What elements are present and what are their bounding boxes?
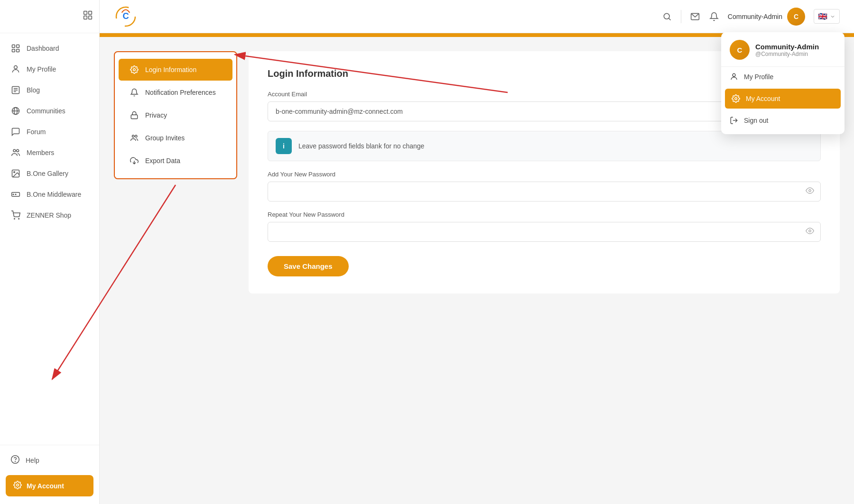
svg-point-21 (13, 194, 14, 195)
svg-rect-0 (84, 11, 87, 15)
left-panel-login-info[interactable]: Login Information (119, 59, 232, 81)
help-icon (10, 455, 20, 466)
sidebar-item-label: Members (27, 149, 54, 156)
bell-icon (129, 88, 139, 97)
sidebar-bottom: Help My Account (0, 445, 99, 504)
gear-icon (13, 481, 22, 491)
gear-icon (732, 94, 740, 103)
svg-point-38 (132, 135, 135, 137)
shop-icon (10, 211, 21, 220)
svg-text:C: C (122, 11, 129, 21)
topbar-divider (681, 10, 681, 23)
dropdown-handle: @Community-Admin (755, 51, 819, 57)
sidebar-item-blog[interactable]: Blog (0, 80, 99, 101)
toggle-repeat-password-icon[interactable] (806, 227, 814, 237)
sidebar-item-label: Help (26, 457, 39, 464)
sign-out-icon (730, 116, 738, 125)
user-dropdown: C Community-Admin @Community-Admin My Pr… (721, 32, 845, 134)
dropdown-my-account[interactable]: My Account (725, 89, 841, 109)
svg-point-17 (17, 149, 19, 152)
my-account-label: My Account (27, 482, 64, 490)
svg-rect-6 (12, 49, 15, 52)
svg-point-16 (13, 149, 16, 152)
toggle-new-password-icon[interactable] (806, 186, 814, 197)
my-account-sidebar-button[interactable]: My Account (6, 475, 93, 496)
svg-rect-37 (131, 115, 138, 119)
sidebar-toggle-icon[interactable] (83, 10, 93, 22)
repeat-password-wrap (268, 222, 821, 242)
sidebar-item-label: Dashboard (27, 45, 59, 52)
gear-icon (129, 65, 139, 74)
sidebar-item-label: Communities (27, 107, 65, 115)
forum-icon (10, 127, 21, 137)
dropdown-my-profile-label: My Profile (744, 73, 773, 81)
dropdown-my-profile[interactable]: My Profile (721, 67, 845, 87)
left-panel-group-invites[interactable]: Group Invites (119, 127, 232, 149)
svg-rect-4 (12, 45, 15, 48)
svg-point-34 (735, 98, 737, 100)
sidebar-item-forum[interactable]: Forum (0, 121, 99, 142)
svg-point-30 (664, 13, 669, 19)
svg-point-8 (14, 66, 18, 69)
left-panel: Login Information Notification Preferenc… (114, 51, 237, 179)
dropdown-my-account-label: My Account (746, 95, 780, 102)
svg-rect-7 (17, 49, 19, 52)
sidebar-item-b-one-middleware[interactable]: B.One Middleware (0, 184, 99, 205)
left-panel-export-data[interactable]: Export Data (119, 150, 232, 172)
new-password-input[interactable] (268, 182, 821, 202)
sidebar-item-zenner-shop[interactable]: ZENNER Shop (0, 205, 99, 226)
topbar-username: Community-Admin (728, 13, 782, 20)
svg-point-39 (135, 135, 138, 137)
notifications-icon[interactable] (709, 11, 719, 22)
svg-point-41 (809, 190, 811, 192)
group-icon (129, 134, 139, 142)
dropdown-username: Community-Admin (755, 43, 819, 51)
sidebar-nav: Dashboard My Profile Blog (0, 33, 99, 445)
left-panel-privacy[interactable]: Privacy (119, 104, 232, 126)
left-panel-notification[interactable]: Notification Preferences (119, 82, 232, 103)
chevron-down-icon (830, 14, 835, 19)
sidebar-item-help[interactable]: Help (0, 449, 99, 471)
sidebar-item-label: B.One Middleware (27, 191, 81, 198)
new-password-wrap (268, 182, 821, 202)
sidebar-logo-area (0, 0, 99, 33)
search-icon[interactable] (662, 11, 672, 22)
svg-point-24 (19, 219, 19, 220)
sidebar-item-dashboard[interactable]: Dashboard (0, 38, 99, 59)
left-panel-item-label: Export Data (145, 157, 180, 165)
topbar-logo: C (114, 5, 138, 28)
sidebar: Dashboard My Profile Blog (0, 0, 100, 504)
sidebar-item-my-profile[interactable]: My Profile (0, 59, 99, 80)
person-icon (730, 73, 738, 81)
sidebar-item-b-one-gallery[interactable]: B.One Gallery (0, 163, 99, 184)
left-panel-item-label: Group Invites (145, 134, 185, 142)
save-changes-button[interactable]: Save Changes (268, 256, 349, 276)
svg-rect-5 (17, 45, 19, 48)
sidebar-item-label: My Profile (27, 65, 56, 73)
repeat-password-input[interactable] (268, 222, 821, 242)
globe-icon (10, 106, 21, 116)
main-area: C Community- (100, 0, 854, 504)
blog-icon (10, 85, 21, 95)
dropdown-user-info: C Community-Admin @Community-Admin (721, 40, 845, 67)
left-panel-item-label: Login Information (145, 66, 196, 73)
messages-icon[interactable] (690, 11, 700, 22)
topbar-right: Community-Admin C 🇬🇧 (662, 8, 840, 26)
sidebar-item-members[interactable]: Members (0, 142, 99, 163)
language-selector[interactable]: 🇬🇧 (814, 9, 840, 24)
sidebar-item-label: B.One Gallery (27, 170, 68, 177)
svg-rect-2 (84, 16, 87, 19)
new-password-label: Add Your New Password (268, 171, 821, 178)
sidebar-item-communities[interactable]: Communities (0, 101, 99, 121)
svg-point-27 (17, 484, 19, 486)
svg-rect-3 (89, 16, 92, 19)
topbar-avatar: C (787, 8, 805, 26)
topbar: C Community- (100, 0, 854, 33)
topbar-user-button[interactable]: Community-Admin C (728, 8, 805, 26)
repeat-password-label: Repeat Your New Password (268, 211, 821, 218)
flag-icon: 🇬🇧 (818, 12, 827, 21)
dashboard-icon (10, 44, 21, 53)
svg-rect-1 (89, 11, 92, 15)
left-panel-item-label: Notification Preferences (145, 89, 216, 96)
dropdown-sign-out[interactable]: Sign out (721, 110, 845, 130)
